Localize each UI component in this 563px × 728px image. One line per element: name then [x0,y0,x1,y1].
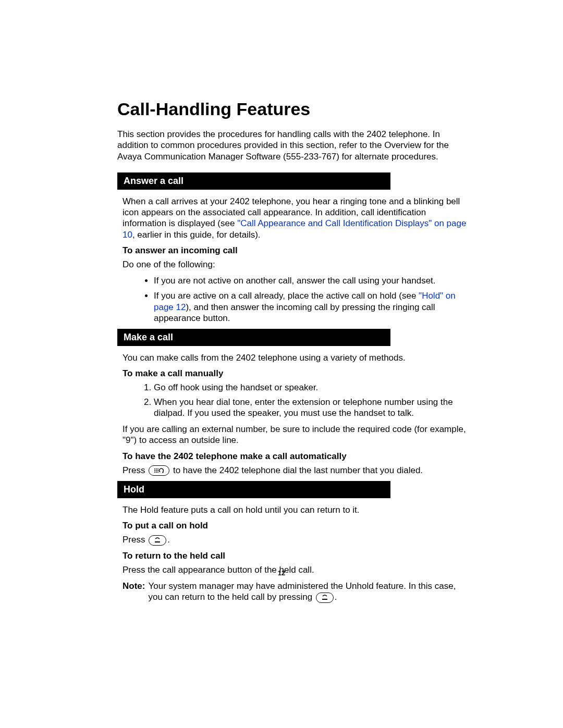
svg-point-5 [157,470,158,471]
document-page: Call-Handling Features This section prov… [0,0,563,728]
text-span: Press [123,465,148,475]
svg-rect-10 [322,599,327,600]
svg-point-0 [154,468,155,470]
make-auto-paragraph: Press to have the 2402 telephone dial th… [117,465,469,476]
answer-paragraph-1: When a call arrives at your 2402 telepho… [117,196,469,240]
svg-point-6 [154,472,155,473]
svg-point-2 [157,468,158,470]
section-heading-answer: Answer a call [117,172,390,190]
make-external-note: If you are calling an external number, b… [117,424,469,446]
text-span: ), and then answer the incoming call by … [154,302,435,323]
page-number: 12 [0,569,563,577]
list-item: If you are not active on another call, a… [154,275,469,286]
text-span: . [335,592,337,602]
answer-do-one: Do one of the following: [117,259,469,270]
text-span: Press [123,535,148,545]
make-paragraph-1: You can make calls from the 2402 telepho… [117,352,469,363]
svg-rect-9 [155,541,160,542]
text-span: Your system manager may have administere… [148,581,456,602]
subhead-put-on-hold: To put a call on hold [117,521,469,531]
text-span: . [167,535,170,545]
subhead-make-manually: To make a call manually [117,368,469,379]
list-item: Go off hook using the handset or speaker… [154,382,469,393]
svg-point-8 [157,472,158,473]
list-item: If you are active on a call already, pla… [154,290,469,324]
redial-button-icon [149,465,169,476]
svg-point-1 [156,468,157,470]
svg-point-3 [154,470,155,471]
text-span: If you are active on a call already, pla… [154,291,419,301]
intro-paragraph: This section provides the procedures for… [117,129,469,162]
note-label: Note: [123,581,145,603]
list-item: When you hear dial tone, enter the exten… [154,397,469,419]
subhead-return-held: To return to the held call [117,551,469,561]
hold-button-icon [149,535,166,546]
make-numbered-list: Go off hook using the handset or speaker… [117,382,469,418]
hold-press-line: Press . [117,534,469,546]
svg-point-4 [156,470,157,471]
svg-point-7 [156,472,157,473]
page-title: Call-Handling Features [117,99,469,119]
hold-note: Note: Your system manager may have admin… [117,581,469,603]
section-heading-hold: Hold [117,481,390,498]
subhead-answer-incoming: To answer an incoming call [117,245,469,256]
text-span: to have the 2402 telephone dial the last… [170,465,423,475]
note-text: Your system manager may have administere… [148,581,469,603]
subhead-make-auto: To have the 2402 telephone make a call a… [117,451,469,462]
answer-bullet-list: If you are not active on another call, a… [117,275,469,324]
hold-paragraph-1: The Hold feature puts a call on hold unt… [117,504,469,515]
text-span: , earlier in this guide, for details). [132,230,261,240]
hold-button-icon [316,593,334,603]
section-heading-make: Make a call [117,329,390,346]
